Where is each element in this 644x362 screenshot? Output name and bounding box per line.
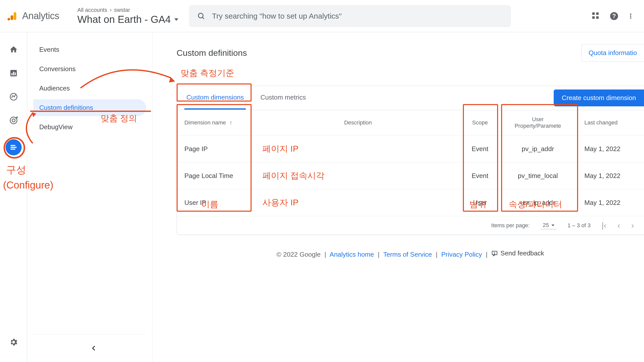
caret-down-icon[interactable] (174, 18, 178, 21)
svg-point-23 (494, 254, 495, 254)
tab-custom-metrics[interactable]: Custom metrics (258, 86, 308, 110)
sidebar-item-conversions[interactable]: Conversions (33, 61, 146, 77)
sidebar-item-custom-definitions[interactable]: Custom definitions (33, 99, 146, 116)
sidebar-divider (33, 334, 146, 334)
col-last-changed[interactable]: Last changed (577, 110, 644, 135)
copyright: © 2022 Google (276, 251, 320, 258)
footer-link-terms[interactable]: Terms of Service (383, 251, 432, 258)
svg-rect-16 (13, 72, 14, 75)
pagination: Items per page: 25 1 – 3 of 3 |‹ ‹ › (177, 216, 644, 235)
config-sidebar: Events Conversions Audiences Custom defi… (27, 32, 152, 362)
svg-rect-6 (596, 12, 599, 15)
search-icon (197, 12, 206, 20)
brand-name: Analytics (22, 11, 59, 21)
svg-text:?: ? (612, 12, 616, 19)
col-description[interactable]: Description (255, 110, 461, 135)
advertising-icon[interactable] (9, 116, 18, 125)
breadcrumb-account: swstar (114, 7, 130, 13)
svg-point-3 (198, 13, 203, 18)
svg-line-4 (202, 17, 204, 19)
svg-point-11 (630, 13, 631, 15)
app-header: Analytics All accounts › swstar What on … (0, 0, 644, 32)
explore-icon[interactable] (9, 92, 18, 102)
table-row[interactable]: Page Local Time 페이지 접속시각 Event pv_time_l… (177, 162, 644, 189)
header-actions: ? (591, 11, 637, 21)
caret-down-icon (551, 224, 554, 226)
more-vert-icon[interactable] (627, 11, 637, 21)
search-box[interactable] (189, 5, 511, 27)
svg-point-18 (10, 94, 17, 100)
first-page-icon[interactable]: |‹ (602, 221, 607, 230)
analytics-logo-icon (7, 11, 18, 21)
breadcrumb: All accounts › swstar (77, 7, 178, 13)
svg-rect-0 (14, 12, 16, 20)
configure-icon[interactable] (6, 139, 22, 155)
svg-rect-15 (11, 73, 12, 75)
left-rail (0, 32, 27, 362)
sidebar-item-debugview[interactable]: DebugView (33, 119, 146, 135)
help-icon[interactable]: ? (609, 11, 619, 21)
footer: © 2022 Google | Analytics home | Terms o… (177, 249, 644, 258)
collapse-sidebar-icon[interactable] (90, 344, 97, 352)
table-row[interactable]: User IP 사용자 IP User usr_ip_addr May 1, 2… (177, 189, 644, 216)
col-user-property[interactable]: User Property/Paramete (499, 110, 577, 135)
definitions-card: Custom dimensions Custom metrics Create … (177, 86, 644, 235)
col-dimension-name[interactable]: Dimension name ↑ (177, 110, 255, 135)
logo-block[interactable]: Analytics (7, 11, 59, 21)
col-scope[interactable]: Scope (461, 110, 499, 135)
footer-link-analytics-home[interactable]: Analytics home (330, 251, 374, 258)
send-feedback-button[interactable]: Send feedback (491, 249, 544, 257)
sort-asc-icon: ↑ (229, 119, 232, 126)
search-input[interactable] (212, 12, 503, 20)
svg-point-12 (630, 15, 631, 17)
prev-page-icon[interactable]: ‹ (618, 221, 620, 230)
apps-grid-icon[interactable] (591, 11, 601, 21)
home-icon[interactable] (9, 45, 18, 54)
items-per-page-label: Items per page: (491, 222, 530, 229)
account-selector[interactable]: All accounts › swstar What on Earth - GA… (77, 7, 178, 25)
svg-point-13 (630, 17, 631, 18)
table-row[interactable]: Page IP 페이지 IP Event pv_ip_addr May 1, 2… (177, 135, 644, 162)
settings-icon[interactable] (9, 337, 18, 347)
page-title: Custom definitions (177, 48, 247, 58)
svg-rect-17 (15, 72, 16, 75)
property-name: What on Earth - GA4 (77, 14, 171, 25)
main-content: Custom definitions Quota informatio Cust… (152, 32, 644, 362)
create-dimension-button[interactable]: Create custom dimension (554, 89, 644, 106)
page-range: 1 – 3 of 3 (568, 222, 591, 229)
tabs: Custom dimensions Custom metrics (184, 86, 308, 110)
svg-rect-7 (592, 16, 595, 19)
quota-info-button[interactable]: Quota informatio (581, 44, 644, 62)
tab-custom-dimensions[interactable]: Custom dimensions (184, 86, 246, 110)
next-page-icon[interactable]: › (631, 221, 634, 230)
svg-point-20 (12, 119, 15, 122)
footer-link-privacy[interactable]: Privacy Policy (441, 251, 482, 258)
dimensions-table: Dimension name ↑ Description Scope User … (177, 110, 644, 216)
svg-point-2 (8, 18, 10, 21)
sidebar-item-events[interactable]: Events (33, 41, 146, 58)
svg-rect-5 (592, 12, 595, 15)
page-size-select[interactable]: 25 (541, 221, 556, 229)
svg-rect-1 (11, 15, 13, 20)
feedback-icon (491, 250, 498, 257)
sidebar-item-audiences[interactable]: Audiences (33, 80, 146, 97)
svg-rect-8 (596, 16, 599, 19)
breadcrumb-root: All accounts (77, 7, 107, 13)
reports-icon[interactable] (9, 68, 18, 78)
chevron-right-icon: › (110, 7, 111, 13)
